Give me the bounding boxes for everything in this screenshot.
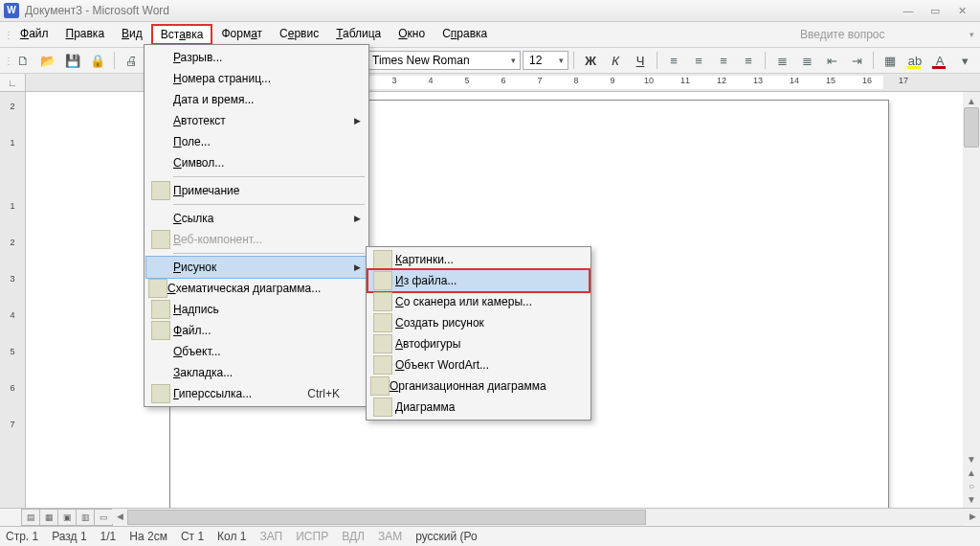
picture-submenu-item[interactable]: Объект WordArt... — [368, 354, 589, 375]
picture-submenu-item[interactable]: Создать рисунок — [368, 312, 589, 333]
next-page-icon[interactable]: ▼ — [965, 492, 978, 506]
insert-menu-item[interactable]: Поле... — [146, 131, 367, 152]
bulleted-list-icon[interactable]: ≣ — [795, 49, 818, 72]
permission-icon[interactable]: 🔒 — [86, 49, 109, 72]
menu-формат[interactable]: Формат — [212, 24, 271, 45]
bold-button[interactable]: Ж — [579, 49, 602, 72]
align-right-icon[interactable]: ≡ — [712, 49, 735, 72]
toolbar1-handle-icon[interactable]: ⋮ — [4, 56, 10, 66]
hscroll-track[interactable] — [127, 509, 965, 526]
prev-page-icon[interactable]: ▲ — [965, 466, 978, 479]
menu-вид[interactable]: Вид — [113, 24, 151, 45]
scroll-down-icon[interactable]: ▼ — [965, 452, 978, 466]
picture-submenu-item[interactable]: Автофигуры — [368, 333, 589, 354]
web-layout-view-icon[interactable]: ▦ — [39, 509, 58, 526]
insert-menu-item[interactable]: Рисунок▶ — [145, 256, 368, 279]
insert-menu-item[interactable]: Закладка... — [146, 362, 367, 383]
save-icon[interactable]: 💾 — [61, 49, 84, 72]
scroll-right-icon[interactable]: ▶ — [965, 509, 980, 524]
ask-question-placeholder: Введите вопрос — [800, 28, 885, 41]
numbered-list-icon[interactable]: ≣ — [770, 49, 793, 72]
tab-selector-icon[interactable]: ∟ — [0, 74, 26, 91]
reading-view-icon[interactable]: ▭ — [94, 509, 113, 526]
titlebar: W Документ3 - Microsoft Word — ▭ ✕ — [0, 0, 980, 22]
insert-menu-item[interactable]: Номера страниц... — [146, 68, 367, 89]
vruler-tick: 2 — [10, 102, 14, 111]
insert-menu-item[interactable]: Примечание — [146, 180, 367, 201]
picture-submenu-item-icon — [373, 355, 392, 375]
scroll-up-icon[interactable]: ▲ — [965, 94, 978, 107]
vruler-tick: 1 — [10, 201, 14, 211]
insert-menu-item-icon — [151, 230, 170, 249]
menu-справка[interactable]: Справка — [434, 24, 496, 45]
menu-вставка[interactable]: Вставка — [151, 24, 213, 45]
insert-menu-item[interactable]: Дата и время... — [146, 89, 367, 110]
picture-submenu-item[interactable]: Из файла... — [367, 268, 590, 293]
borders-icon[interactable]: ▦ — [879, 49, 902, 72]
print-layout-view-icon[interactable]: ▣ — [57, 509, 77, 526]
insert-menu-item[interactable]: Ссылка▶ — [146, 208, 367, 229]
align-left-icon[interactable]: ≡ — [662, 49, 685, 72]
minimize-icon[interactable]: — — [900, 4, 917, 17]
picture-submenu-item[interactable]: Картинки... — [368, 249, 589, 270]
insert-menu-item[interactable]: Схематическая диаграмма... — [146, 278, 367, 299]
highlight-color-icon[interactable]: ab — [903, 49, 926, 72]
menu-файл[interactable]: Файл — [11, 24, 57, 45]
open-icon[interactable]: 📂 — [36, 49, 59, 72]
insert-menu-item[interactable]: Автотекст▶ — [146, 110, 367, 131]
status-language[interactable]: русский (Ро — [415, 530, 478, 543]
font-size-combo[interactable]: 12 ▾ — [523, 51, 568, 70]
status-flag-вдл[interactable]: ВДЛ — [342, 530, 365, 543]
new-doc-icon[interactable]: 🗋 — [11, 49, 34, 72]
decrease-indent-icon[interactable]: ⇤ — [820, 49, 843, 72]
ruler-tick: 15 — [813, 76, 849, 85]
menu-окно[interactable]: Окно — [390, 24, 434, 45]
vscroll-thumb[interactable] — [964, 107, 979, 148]
ruler-tick: 9 — [594, 76, 631, 85]
vertical-ruler[interactable]: 211234567 — [0, 92, 26, 508]
toolbar-options-icon[interactable]: ▾ — [953, 49, 976, 72]
ruler-tick: 16 — [849, 76, 885, 85]
insert-menu-item[interactable]: Символ... — [146, 152, 367, 173]
menu-правка[interactable]: Правка — [57, 24, 114, 45]
insert-menu-item[interactable]: Надпись — [146, 299, 367, 320]
increase-indent-icon[interactable]: ⇥ — [845, 49, 868, 72]
submenu-arrow-icon: ▶ — [354, 262, 361, 272]
outline-view-icon[interactable]: ▥ — [76, 509, 95, 526]
insert-menu-item[interactable]: Гиперссылка...Ctrl+K — [146, 383, 367, 404]
select-browse-object-icon[interactable]: ○ — [965, 479, 978, 492]
normal-view-icon[interactable]: ▤ — [21, 509, 40, 526]
menubar-handle-icon[interactable]: ⋮ — [4, 30, 11, 40]
ruler-tick: 5 — [449, 76, 485, 85]
italic-button[interactable]: К — [604, 49, 627, 72]
maximize-icon[interactable]: ▭ — [926, 4, 944, 17]
font-name-combo[interactable]: Times New Roman ▾ — [366, 51, 521, 70]
ask-question-box[interactable]: Введите вопрос — [800, 27, 976, 42]
vertical-scrollbar[interactable]: ▲ ▼ ▲ ○ ▼ — [963, 92, 980, 508]
vruler-tick: 2 — [10, 238, 14, 247]
picture-submenu-item[interactable]: Диаграмма — [368, 397, 589, 418]
insert-menu-item[interactable]: Файл... — [146, 320, 367, 341]
underline-button[interactable]: Ч — [629, 49, 652, 72]
align-center-icon[interactable]: ≡ — [687, 49, 710, 72]
scroll-left-icon[interactable]: ◀ — [112, 509, 127, 524]
insert-menu-separator — [173, 204, 365, 205]
justify-icon[interactable]: ≡ — [737, 49, 760, 72]
picture-submenu-item[interactable]: Организационная диаграмма — [368, 375, 589, 397]
menu-таблица[interactable]: Таблица — [327, 24, 390, 45]
insert-menu-item-icon — [151, 384, 170, 403]
status-flag-зап[interactable]: ЗАП — [259, 530, 282, 543]
status-flag-зам[interactable]: ЗАМ — [378, 530, 402, 543]
picture-submenu-item-label: Создать рисунок — [395, 316, 566, 330]
close-icon[interactable]: ✕ — [953, 4, 970, 17]
insert-menu-item[interactable]: Объект... — [146, 341, 367, 362]
ruler-tick: 13 — [740, 76, 776, 85]
print-icon[interactable]: 🖨 — [120, 49, 143, 72]
picture-submenu-item[interactable]: Со сканера или камеры... — [368, 291, 589, 312]
hscroll-thumb[interactable] — [127, 510, 646, 525]
font-color-icon[interactable]: A — [928, 49, 951, 72]
insert-menu-item-icon — [151, 181, 170, 200]
status-flag-испр[interactable]: ИСПР — [296, 530, 328, 543]
insert-menu-item[interactable]: Разрыв... — [146, 47, 367, 68]
menu-сервис[interactable]: Сервис — [271, 24, 327, 45]
